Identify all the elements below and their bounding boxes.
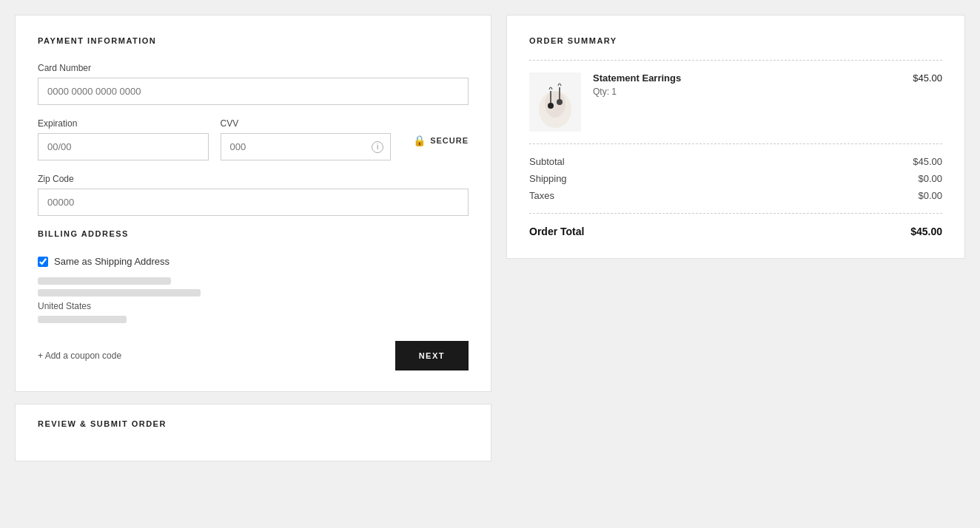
secure-text: SECURE xyxy=(430,136,469,145)
payment-title: PAYMENT INFORMATION xyxy=(38,36,469,45)
exp-cvv-row: Expiration CVV i 🔒 SECURE xyxy=(38,118,469,174)
expiration-label: Expiration xyxy=(38,118,209,129)
panel-footer: + Add a coupon code NEXT xyxy=(38,341,469,370)
review-panel: REVIEW & SUBMIT ORDER xyxy=(15,404,491,461)
same-as-shipping-row: Same as Shipping Address xyxy=(38,256,469,267)
product-info: Statement Earrings Qty: 1 xyxy=(593,72,901,97)
next-button[interactable]: NEXT xyxy=(395,341,469,370)
cvv-info-icon[interactable]: i xyxy=(372,141,383,153)
product-image xyxy=(529,72,581,132)
coupon-link[interactable]: + Add a coupon code xyxy=(38,351,121,361)
cvv-wrapper: i xyxy=(221,133,392,160)
secure-badge: 🔒 SECURE xyxy=(413,135,469,146)
payment-panel: PAYMENT INFORMATION Card Number Expirati… xyxy=(15,15,491,392)
page-container: PAYMENT INFORMATION Card Number Expirati… xyxy=(15,15,965,461)
cvv-label: CVV xyxy=(221,118,392,129)
billing-section: BILLING ADDRESS Same as Shipping Address… xyxy=(38,229,469,323)
address-line-3 xyxy=(38,316,127,323)
card-number-input[interactable] xyxy=(38,78,469,105)
product-image-svg xyxy=(533,76,577,128)
card-number-label: Card Number xyxy=(38,63,469,73)
same-as-shipping-checkbox[interactable] xyxy=(38,257,48,267)
shipping-label: Shipping xyxy=(529,173,567,184)
top-divider xyxy=(529,60,942,61)
cvv-group: CVV i xyxy=(221,118,392,160)
bottom-divider xyxy=(529,213,942,214)
product-row: Statement Earrings Qty: 1 $45.00 xyxy=(529,72,942,132)
product-name: Statement Earrings xyxy=(593,72,901,84)
shipping-row: Shipping $0.00 xyxy=(529,173,942,184)
subtotal-value: $45.00 xyxy=(913,156,942,167)
order-summary-panel: ORDER SUMMARY xyxy=(506,15,965,259)
mid-divider xyxy=(529,143,942,144)
taxes-label: Taxes xyxy=(529,190,554,201)
taxes-row: Taxes $0.00 xyxy=(529,190,942,201)
billing-title: BILLING ADDRESS xyxy=(38,229,469,238)
card-number-group: Card Number xyxy=(38,63,469,105)
address-line-1 xyxy=(38,277,171,285)
order-total-label: Order Total xyxy=(529,226,584,237)
order-total-value: $45.00 xyxy=(910,226,942,237)
review-title: REVIEW & SUBMIT ORDER xyxy=(38,419,469,428)
lock-icon: 🔒 xyxy=(413,135,426,146)
svg-point-3 xyxy=(548,103,554,109)
same-as-shipping-label: Same as Shipping Address xyxy=(54,256,170,267)
order-total-row: Order Total $45.00 xyxy=(529,226,942,237)
svg-point-1 xyxy=(545,91,565,118)
order-summary-title: ORDER SUMMARY xyxy=(529,36,942,45)
zip-code-input[interactable] xyxy=(38,189,469,216)
svg-point-5 xyxy=(557,99,563,105)
right-column: ORDER SUMMARY xyxy=(506,15,965,461)
shipping-value: $0.00 xyxy=(918,173,942,184)
cvv-input[interactable] xyxy=(221,133,392,160)
product-price: $45.00 xyxy=(913,72,942,84)
product-qty: Qty: 1 xyxy=(593,87,901,97)
subtotal-row: Subtotal $45.00 xyxy=(529,156,942,167)
expiration-group: Expiration xyxy=(38,118,209,160)
address-line-2 xyxy=(38,289,201,297)
address-blurred xyxy=(38,277,469,297)
country-text: United States xyxy=(38,301,469,311)
taxes-value: $0.00 xyxy=(918,190,942,201)
left-column: PAYMENT INFORMATION Card Number Expirati… xyxy=(15,15,491,461)
zip-code-label: Zip Code xyxy=(38,174,469,184)
expiration-input[interactable] xyxy=(38,133,209,160)
zip-code-group: Zip Code xyxy=(38,174,469,216)
subtotal-label: Subtotal xyxy=(529,156,565,167)
